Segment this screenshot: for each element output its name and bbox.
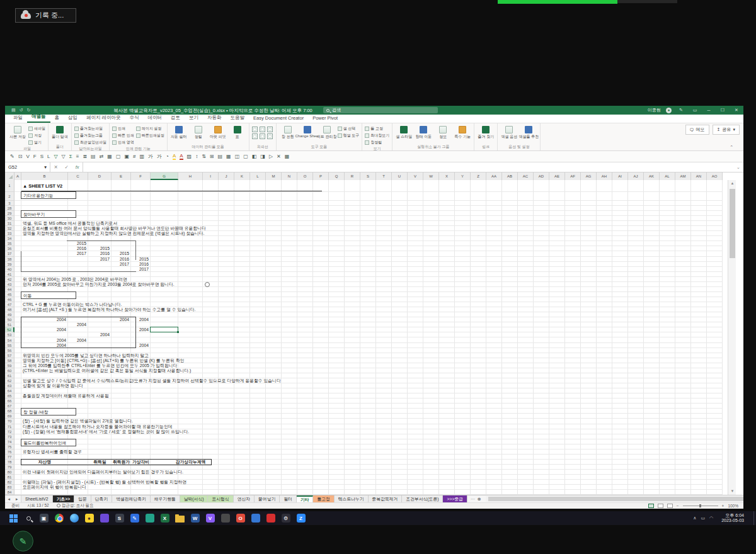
menu-tab-2[interactable]: 홈 [50, 113, 64, 123]
row-header-55[interactable]: 55 [5, 343, 14, 348]
border-style-icon[interactable] [252, 133, 258, 139]
row-header-70[interactable]: 70 [5, 419, 14, 424]
column-header-N[interactable]: N [282, 172, 297, 180]
cell-B60[interactable]: (CTRL+Enter 는 배열입력으로 여러셀에 같은 값 혹은 동일 서식을… [23, 368, 191, 373]
cell-F52[interactable]: 2004 [131, 327, 149, 332]
taskbar-search-icon[interactable] [24, 514, 33, 523]
ribbon-button[interactable]: 인쇄 영역 [112, 140, 134, 145]
cell-B31[interactable]: 액셀, 워드 등 MS office 에서 공통적인 단축키로서 [23, 221, 117, 226]
menu-tab-9[interactable]: 자동화 [203, 113, 226, 123]
row-header-58[interactable]: 58 [5, 358, 14, 363]
column-header-T[interactable]: T [376, 172, 392, 180]
cell-B55[interactable]: 2004 [21, 343, 66, 348]
cell-F55[interactable]: 2004 [131, 343, 149, 348]
ribbon-button[interactable]: 저장 [28, 133, 45, 138]
qat-icon-20[interactable]: ◔ [166, 154, 169, 159]
ribbon-button[interactable]: 새파일 [28, 126, 45, 132]
qat-icon-0[interactable]: ✎ [10, 154, 14, 159]
column-header-M[interactable]: M [266, 172, 282, 180]
sheet-tab-5[interactable]: 채우기핸들 [151, 495, 180, 502]
qat-icon-6[interactable]: ▽ [54, 154, 57, 159]
ribbon-button[interactable]: 사본 저장 [9, 125, 26, 140]
qat-icon-23[interactable]: ▨ [187, 154, 192, 159]
qat-icon-5[interactable]: L [47, 154, 50, 159]
cell-B76[interactable]: 유형자산 명세서를 출력할 경우 [23, 449, 82, 455]
vertical-scroll-thumb[interactable] [730, 189, 735, 258]
sheet-tab-1[interactable]: 기초>> [53, 495, 75, 502]
worksheet-grid[interactable]: ABCDEFGHIJKLMNOPQRSTUVWXYZAAABACADAEAFAG… [5, 172, 723, 495]
taskbar-file-explorer-icon[interactable] [175, 514, 185, 523]
row-header-43[interactable]: 43 [5, 282, 14, 287]
sheet-tab-15[interactable]: 조건부서식(도른) [402, 495, 443, 502]
column-header-AM[interactable]: AM [675, 172, 691, 180]
row-header-63[interactable]: 63 [5, 383, 14, 388]
cell-C35[interactable]: 2015 [68, 241, 86, 246]
scroll-up-icon[interactable]: ▲ [728, 180, 736, 187]
row-header-34[interactable]: 34 [5, 236, 14, 241]
qat-icon-10[interactable]: ≣ [83, 154, 87, 159]
column-header-K[interactable]: K [234, 172, 250, 180]
qat-icon-35[interactable]: ▦ [285, 154, 290, 159]
qat-icon-18[interactable]: 가 [148, 153, 153, 160]
column-header-AB[interactable]: AB [502, 172, 518, 180]
column-header-L[interactable]: L [250, 172, 266, 180]
column-header-A[interactable]: A [14, 172, 21, 180]
sheet-tab-overflow-icon[interactable]: ⋯ [471, 497, 475, 502]
qat-icon-4[interactable]: S [40, 154, 43, 159]
insert-function-icon[interactable]: fx [76, 164, 79, 170]
ribbon-button[interactable]: 액셀툴 추천 [520, 125, 537, 140]
row-header-3[interactable]: 3 [5, 201, 14, 206]
tray-icon-1[interactable]: ▭ [701, 516, 705, 521]
sheet-tab-3[interactable]: 단축키 [91, 495, 112, 502]
qat-icon-16[interactable]: # [133, 154, 135, 159]
save-icon[interactable]: ▤ [11, 108, 16, 113]
column-header-Z[interactable]: Z [471, 172, 486, 180]
column-header-AJ[interactable]: AJ [628, 172, 644, 180]
sheet-tab-13[interactable]: 텍스트나누기 [335, 495, 369, 502]
cell-D36[interactable]: 2015 [88, 246, 110, 251]
cell-B70[interactable]: (창) - (새창) 을 입력하면 같은 액셀파일이 2개로 열립니다. [23, 419, 133, 424]
cell-B82[interactable]: 이럴때는 (파일) - (페이지설정) - (시트) - (반복할 행) 을 선… [23, 480, 186, 485]
ribbon-button[interactable]: 형태 이동 [415, 125, 432, 140]
row-header-42[interactable]: 42 [5, 277, 14, 282]
column-header-Y[interactable]: Y [455, 172, 471, 180]
row-header-73[interactable]: 73 [5, 434, 14, 439]
normal-view-icon[interactable] [648, 504, 654, 508]
row-header-41[interactable]: 41 [5, 272, 14, 277]
row-header-62[interactable]: 62 [5, 378, 14, 383]
taskbar-app-dark-icon[interactable]: S [115, 514, 124, 523]
ribbon-button[interactable]: 정렬 [190, 125, 207, 140]
row-header-79[interactable]: 79 [5, 465, 14, 470]
cell-D53[interactable]: 2004 [88, 332, 110, 337]
maximize-button[interactable]: ☐ [718, 108, 727, 113]
cell-D37[interactable]: 2016 [88, 251, 110, 256]
search-box[interactable]: 검색 [323, 107, 438, 113]
qat-icon-33[interactable]: ▷ [269, 154, 273, 159]
row-header-76[interactable]: 76 [5, 449, 14, 455]
cell-B58[interactable]: 영역을 지정하고 [이동] (CTRL+G) - [옵션] (ALT+S) 를 … [23, 358, 184, 363]
row-header-74[interactable]: 74 [5, 439, 14, 444]
qat-icon-24[interactable]: ↕ [195, 154, 198, 159]
row-header-45[interactable]: 45 [5, 292, 14, 297]
row-header-48[interactable]: 48 [5, 307, 14, 312]
column-header-AK[interactable]: AK [644, 172, 660, 180]
sheet-tab-10[interactable]: 필터 [280, 495, 297, 502]
row-header-66[interactable]: 66 [5, 399, 14, 404]
ribbon-button[interactable]: Change Sheet [299, 125, 316, 138]
ribbon-button[interactable]: 즐겨 찾기 [477, 125, 495, 140]
sheet-nav-right-icon[interactable]: ▸ [16, 497, 18, 502]
row-header-81[interactable]: 81 [5, 475, 14, 480]
column-header-X[interactable]: X [439, 172, 455, 180]
row-header-52[interactable]: 52 [5, 327, 14, 332]
sheet-tab-2[interactable]: 입문 [74, 495, 91, 502]
qat-icon-31[interactable]: ◧ [252, 154, 257, 159]
qat-icon-17[interactable]: ▥ [139, 154, 144, 159]
row-header-53[interactable]: 53 [5, 332, 14, 337]
column-header-AL[interactable]: AL [660, 172, 675, 180]
close-button[interactable]: ✕ [732, 108, 741, 113]
cell-C37[interactable]: 2017 [68, 251, 86, 256]
ribbon-button[interactable]: 빠른인쇄설정 [136, 133, 164, 138]
cell-C51[interactable]: 2004 [68, 322, 86, 327]
qat-icon-27[interactable]: ▤ [218, 154, 223, 159]
border-style-icon[interactable] [260, 127, 265, 132]
